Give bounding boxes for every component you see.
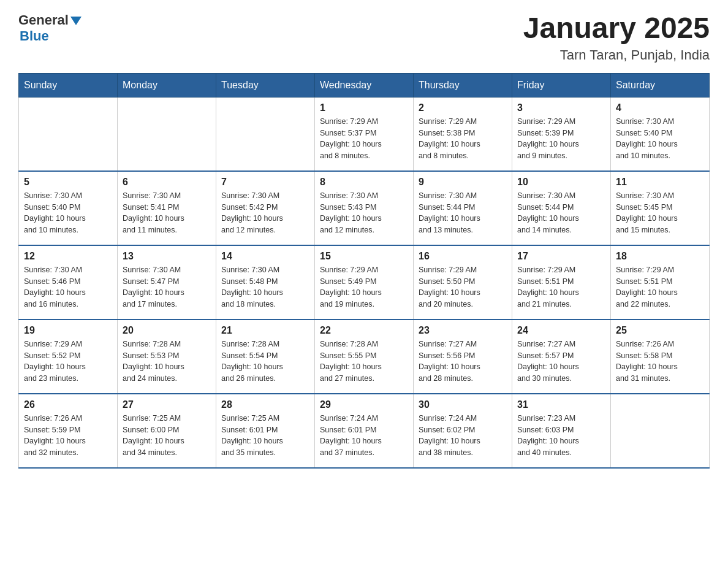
calendar-day-cell: 12Sunrise: 7:30 AMSunset: 5:46 PMDayligh… [19,245,118,320]
header-cell-monday: Monday [118,73,216,97]
calendar-day-cell: 7Sunrise: 7:30 AMSunset: 5:42 PMDaylight… [216,171,315,245]
day-number: 17 [517,251,605,262]
calendar-day-cell: 17Sunrise: 7:29 AMSunset: 5:51 PMDayligh… [512,245,611,320]
day-info: Sunrise: 7:29 AMSunset: 5:51 PMDaylight:… [616,264,704,310]
calendar-day-cell: 28Sunrise: 7:25 AMSunset: 6:01 PMDayligh… [216,394,315,468]
day-info: Sunrise: 7:27 AMSunset: 5:56 PMDaylight:… [419,339,507,385]
day-number: 13 [123,251,211,262]
calendar-day-cell: 21Sunrise: 7:28 AMSunset: 5:54 PMDayligh… [216,320,315,394]
day-info: Sunrise: 7:24 AMSunset: 6:01 PMDaylight:… [320,413,408,459]
day-number: 3 [517,102,605,113]
header-cell-sunday: Sunday [19,73,118,97]
calendar-header-row: SundayMondayTuesdayWednesdayThursdayFrid… [19,73,710,97]
day-number: 8 [320,177,408,188]
calendar-day-cell: 11Sunrise: 7:30 AMSunset: 5:45 PMDayligh… [611,171,710,245]
calendar-title: January 2025 [523,12,710,45]
day-number: 19 [24,325,112,336]
day-number: 9 [419,177,507,188]
day-info: Sunrise: 7:30 AMSunset: 5:46 PMDaylight:… [24,264,112,310]
calendar-week-row: 12Sunrise: 7:30 AMSunset: 5:46 PMDayligh… [19,245,710,320]
day-info: Sunrise: 7:30 AMSunset: 5:44 PMDaylight:… [419,190,507,236]
day-info: Sunrise: 7:28 AMSunset: 5:55 PMDaylight:… [320,339,408,385]
calendar-empty-cell [216,97,315,171]
calendar-empty-cell [19,97,118,171]
day-info: Sunrise: 7:25 AMSunset: 6:01 PMDaylight:… [221,413,309,459]
header-cell-friday: Friday [512,73,611,97]
day-number: 29 [320,399,408,410]
day-number: 20 [123,325,211,336]
calendar-day-cell: 8Sunrise: 7:30 AMSunset: 5:43 PMDaylight… [315,171,414,245]
logo-line1: General [18,12,82,28]
day-info: Sunrise: 7:30 AMSunset: 5:40 PMDaylight:… [24,190,112,236]
day-info: Sunrise: 7:29 AMSunset: 5:52 PMDaylight:… [24,339,112,385]
day-info: Sunrise: 7:29 AMSunset: 5:49 PMDaylight:… [320,264,408,310]
calendar-empty-cell [118,97,216,171]
calendar-day-cell: 29Sunrise: 7:24 AMSunset: 6:01 PMDayligh… [315,394,414,468]
calendar-day-cell: 16Sunrise: 7:29 AMSunset: 5:50 PMDayligh… [414,245,512,320]
day-number: 6 [123,177,211,188]
day-info: Sunrise: 7:26 AMSunset: 5:58 PMDaylight:… [616,339,704,385]
logo: General Blue [18,12,82,44]
calendar-day-cell: 5Sunrise: 7:30 AMSunset: 5:40 PMDaylight… [19,171,118,245]
day-info: Sunrise: 7:29 AMSunset: 5:50 PMDaylight:… [419,264,507,310]
day-info: Sunrise: 7:27 AMSunset: 5:57 PMDaylight:… [517,339,605,385]
calendar-week-row: 5Sunrise: 7:30 AMSunset: 5:40 PMDaylight… [19,171,710,245]
day-info: Sunrise: 7:23 AMSunset: 6:03 PMDaylight:… [517,413,605,459]
calendar-week-row: 1Sunrise: 7:29 AMSunset: 5:37 PMDaylight… [19,97,710,171]
logo-arrow-icon [70,17,82,25]
day-number: 16 [419,251,507,262]
day-info: Sunrise: 7:29 AMSunset: 5:38 PMDaylight:… [419,116,507,162]
day-number: 14 [221,251,309,262]
day-info: Sunrise: 7:24 AMSunset: 6:02 PMDaylight:… [419,413,507,459]
day-number: 24 [517,325,605,336]
day-number: 4 [616,102,704,113]
day-number: 21 [221,325,309,336]
day-number: 5 [24,177,112,188]
day-number: 28 [221,399,309,410]
day-number: 23 [419,325,507,336]
day-number: 26 [24,399,112,410]
day-info: Sunrise: 7:30 AMSunset: 5:42 PMDaylight:… [221,190,309,236]
day-number: 31 [517,399,605,410]
day-info: Sunrise: 7:29 AMSunset: 5:51 PMDaylight:… [517,264,605,310]
calendar-day-cell: 20Sunrise: 7:28 AMSunset: 5:53 PMDayligh… [118,320,216,394]
day-info: Sunrise: 7:30 AMSunset: 5:48 PMDaylight:… [221,264,309,310]
day-number: 15 [320,251,408,262]
calendar-day-cell: 3Sunrise: 7:29 AMSunset: 5:39 PMDaylight… [512,97,611,171]
calendar-day-cell: 27Sunrise: 7:25 AMSunset: 6:00 PMDayligh… [118,394,216,468]
day-info: Sunrise: 7:29 AMSunset: 5:37 PMDaylight:… [320,116,408,162]
calendar-day-cell: 1Sunrise: 7:29 AMSunset: 5:37 PMDaylight… [315,97,414,171]
calendar-day-cell: 22Sunrise: 7:28 AMSunset: 5:55 PMDayligh… [315,320,414,394]
calendar-day-cell: 26Sunrise: 7:26 AMSunset: 5:59 PMDayligh… [19,394,118,468]
day-number: 25 [616,325,704,336]
day-number: 1 [320,102,408,113]
calendar-day-cell: 14Sunrise: 7:30 AMSunset: 5:48 PMDayligh… [216,245,315,320]
day-number: 11 [616,177,704,188]
day-number: 12 [24,251,112,262]
day-info: Sunrise: 7:30 AMSunset: 5:40 PMDaylight:… [616,116,704,162]
title-block: January 2025 Tarn Taran, Punjab, India [523,12,710,63]
calendar-day-cell: 2Sunrise: 7:29 AMSunset: 5:38 PMDaylight… [414,97,512,171]
calendar-day-cell: 18Sunrise: 7:29 AMSunset: 5:51 PMDayligh… [611,245,710,320]
calendar-day-cell: 9Sunrise: 7:30 AMSunset: 5:44 PMDaylight… [414,171,512,245]
calendar-empty-cell [611,394,710,468]
calendar-day-cell: 24Sunrise: 7:27 AMSunset: 5:57 PMDayligh… [512,320,611,394]
day-number: 10 [517,177,605,188]
logo-general-text: General [18,12,69,28]
calendar-day-cell: 10Sunrise: 7:30 AMSunset: 5:44 PMDayligh… [512,171,611,245]
day-info: Sunrise: 7:30 AMSunset: 5:44 PMDaylight:… [517,190,605,236]
day-info: Sunrise: 7:28 AMSunset: 5:54 PMDaylight:… [221,339,309,385]
calendar-week-row: 19Sunrise: 7:29 AMSunset: 5:52 PMDayligh… [19,320,710,394]
day-info: Sunrise: 7:28 AMSunset: 5:53 PMDaylight:… [123,339,211,385]
day-info: Sunrise: 7:29 AMSunset: 5:39 PMDaylight:… [517,116,605,162]
calendar-table: SundayMondayTuesdayWednesdayThursdayFrid… [18,73,710,469]
day-number: 22 [320,325,408,336]
day-info: Sunrise: 7:30 AMSunset: 5:45 PMDaylight:… [616,190,704,236]
day-number: 2 [419,102,507,113]
day-number: 18 [616,251,704,262]
calendar-day-cell: 4Sunrise: 7:30 AMSunset: 5:40 PMDaylight… [611,97,710,171]
calendar-day-cell: 31Sunrise: 7:23 AMSunset: 6:03 PMDayligh… [512,394,611,468]
calendar-day-cell: 6Sunrise: 7:30 AMSunset: 5:41 PMDaylight… [118,171,216,245]
day-info: Sunrise: 7:30 AMSunset: 5:41 PMDaylight:… [123,190,211,236]
header-cell-wednesday: Wednesday [315,73,414,97]
